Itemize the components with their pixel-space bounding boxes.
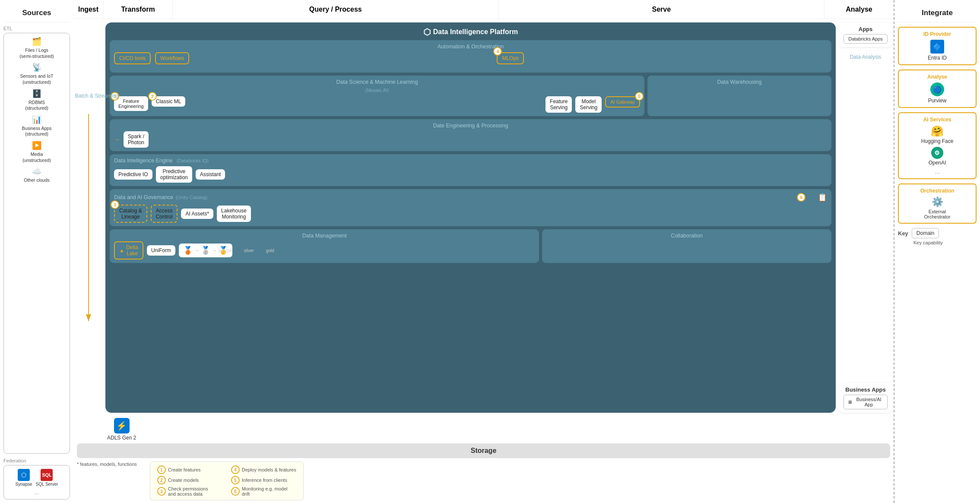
legend-box: 1 Create features 4 Deploy models & feat… <box>150 462 304 500</box>
legend-badge-5: 5 <box>231 476 240 484</box>
legend-text-4: Deploy models & features <box>242 467 296 472</box>
legend-badge-4: 4 <box>231 465 240 474</box>
ai-assets-pill: AI Assets* <box>181 209 213 219</box>
purview-item: 🔵 Purview <box>902 82 972 104</box>
collaboration-title: Collaboration <box>546 233 827 239</box>
data-analysis-label: Data Analysis <box>839 54 892 60</box>
gov-title: Data and AI Governance <box>114 194 173 200</box>
business-apps-box: Business Apps 🖥 Business/AI App <box>839 383 892 413</box>
footnote: * features, models, functions <box>77 462 137 500</box>
legend-item-2: 2 Create models <box>157 476 222 484</box>
legend-text-2: Create models <box>168 478 199 483</box>
orchestrator-icon: ⚙️ <box>932 196 943 208</box>
badge-6: 6 <box>797 193 806 202</box>
ingest-arrows-svg <box>80 110 97 326</box>
synapse-icon: ⬡ <box>18 469 30 481</box>
serve-header: Serve <box>499 0 825 19</box>
lakehouse-monitoring-pill: LakehouseMonitoring <box>217 206 251 222</box>
business-ai-label: Business/AI App <box>854 397 884 407</box>
workflows-pill: Workflows <box>155 52 189 64</box>
platform-icon: ⬡ <box>423 27 431 37</box>
delta-icon: ▲ <box>119 247 124 253</box>
arrow-spark: → <box>114 136 120 143</box>
rdbms-label: RDBMS(structured) <box>25 100 48 111</box>
predictive-opt-pill: Predictiveoptimization <box>156 166 192 183</box>
classic-ml-pill: Classic ML <box>152 96 186 107</box>
orchestration-section: Orchestration ⚙️ ExternalOrchestrator <box>898 183 977 224</box>
domain-key: Domain <box>912 228 939 238</box>
legend-item-6: 6 Monitoring e.g. modeldrift <box>231 486 296 497</box>
entra-id-item: 🔷 Entra ID <box>902 40 972 61</box>
governance-section: Data and AI Governance (Unity Catalog) 6… <box>110 189 831 226</box>
header-row: Ingest Transform Query / Process Serve A… <box>73 0 894 19</box>
business-apps-icon: 📊 <box>32 115 41 124</box>
external-orchestrator-item: ⚙️ ExternalOrchestrator <box>902 196 972 219</box>
business-apps-label: Business Apps(structured) <box>22 126 52 137</box>
source-rdbms: 🗄️ RDBMS(structured) <box>6 89 67 111</box>
federation-ellipsis: ... <box>6 489 67 496</box>
dsml-title: Data Science & Machine Learning <box>114 79 640 85</box>
bsg-labels: bronze silver gold <box>219 248 274 253</box>
ai-services-ellipsis: ... <box>935 168 940 175</box>
purview-icon: 🔵 <box>930 82 944 96</box>
bottom-platform-row: Data Management ▲ DeltaLake UniForm 🥉 → … <box>110 229 831 263</box>
legend-text-6: Monitoring e.g. modeldrift <box>242 486 288 497</box>
storage-bar: Storage <box>77 443 890 458</box>
die-row: Predictive IO Predictiveoptimization Ass… <box>114 166 827 183</box>
delta-lake-pill: ▲ DeltaLake <box>114 241 143 259</box>
feature-engineering-pill: FeatureEngineering <box>114 96 148 111</box>
silver-icon: 🥈 <box>201 246 210 255</box>
data-warehousing-title: Data Warehousing <box>652 79 827 85</box>
badge-5: 5 <box>635 92 644 101</box>
legend-text-1: Create features <box>168 467 201 472</box>
access-control-pill: AccessControl <box>151 205 178 223</box>
apps-title: Apps <box>844 26 888 32</box>
legend-item-4: 4 Deploy models & features <box>231 465 296 474</box>
catalog-lineage-pill: Catalog &Lineage <box>114 205 147 223</box>
spark-photon-pill: Spark /Photon <box>124 131 149 148</box>
legend-area: * features, models, functions 1 Create f… <box>77 462 890 500</box>
openai-icon: ⚙ <box>931 147 943 159</box>
gov-icon: 📋 <box>818 193 827 202</box>
synapse-item: ⬡ Synapse <box>16 469 32 487</box>
adls-label: ADLS Gen 2 <box>107 435 136 441</box>
silver-label: silver <box>244 248 254 253</box>
synapse-label: Synapse <box>16 482 32 487</box>
badge-3: 3 <box>111 200 119 209</box>
ai-services-title: AI Services <box>902 117 972 123</box>
files-icon: 🗂️ <box>32 37 41 46</box>
badge-2: 2 <box>148 92 157 101</box>
silver-arrow: → <box>212 248 217 253</box>
source-business-apps: 📊 Business Apps(structured) <box>6 115 67 137</box>
model-serving-pill: ModelServing <box>575 96 602 113</box>
huggingface-item: 🤗 Hugging Face <box>921 125 954 144</box>
full-layout: Sources ETL 🗂️ Files / Logs(semi-structu… <box>0 0 980 503</box>
media-label: Media(unstructured) <box>22 152 51 163</box>
ingest-header: Ingest <box>73 0 104 19</box>
sensors-label: Sensors and IoT(unstructured) <box>20 73 53 85</box>
gov-title-row: Data and AI Governance (Unity Catalog) 6… <box>114 193 827 202</box>
die-title: Data Intelligence Engine (Databricks IQ) <box>114 158 209 164</box>
legend-item-5: 5 Inference from clients <box>231 476 296 484</box>
mlops-container: 4 MLOps <box>497 52 524 64</box>
openai-label: OpenAI <box>929 160 946 166</box>
source-media: ▶️ Media(unstructured) <box>6 141 67 163</box>
gov-items-row: 3 Catalog &Lineage AccessControl AI Asse… <box>114 205 827 223</box>
legend-badge-3: 3 <box>157 487 166 496</box>
governance-integrate-title: Analyse <box>902 74 972 80</box>
source-other-clouds: ☁️ Other clouds <box>6 167 67 183</box>
ai-gateway-container: 5 AI Gateway <box>605 96 640 108</box>
sources-federation-box: ⬡ Synapse SQL SQL Server ... <box>3 465 70 500</box>
uniform-pill: UniForm <box>147 245 175 256</box>
legend-item-1: 1 Create features <box>157 465 222 474</box>
integrate-column: Integrate ID Provider 🔷 Entra ID Analyse… <box>894 0 980 503</box>
adls-icon: ⚡ <box>114 418 130 433</box>
dsml-subtitle: (Mosaic AI) <box>114 88 640 93</box>
integrate-header: Integrate <box>922 9 953 17</box>
feature-serving-pill: FeatureServing <box>546 96 572 113</box>
federation-synapse-sql: ⬡ Synapse SQL SQL Server <box>6 469 67 487</box>
sqlserver-item: SQL SQL Server <box>36 469 58 487</box>
legend-item-3: 3 Check permissionsand access data <box>157 486 222 497</box>
entra-id-icon: 🔷 <box>930 40 944 54</box>
purview-label: Purview <box>928 98 947 104</box>
